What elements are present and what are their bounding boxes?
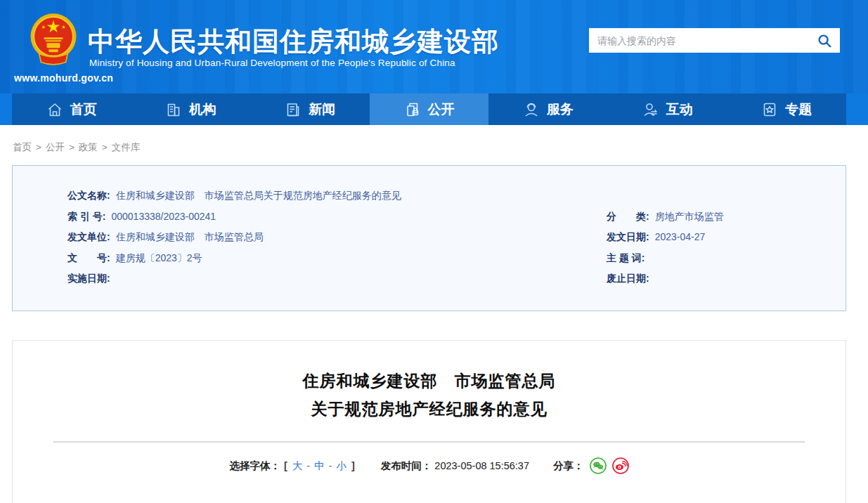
font-size-large[interactable]: 大	[292, 459, 303, 473]
organization-icon	[165, 101, 182, 118]
home-icon	[46, 101, 63, 118]
news-icon	[285, 101, 302, 118]
article-meta-row: 选择字体： [ 大 - 中 - 小 ] 发布时间：2023-05-08 15:5…	[13, 457, 846, 474]
nav-item-disclosure[interactable]: 公开	[370, 93, 489, 125]
doc-field-category: 分 类:房地产市场监管	[607, 207, 803, 228]
font-select-label: 选择字体：	[229, 459, 280, 473]
doc-field-implement-date: 实施日期:	[67, 268, 607, 289]
service-icon	[523, 101, 540, 118]
nav-item-label: 公开	[428, 100, 455, 119]
search-input[interactable]	[589, 28, 809, 53]
share-weibo-button[interactable]	[612, 457, 629, 474]
doc-field-repeal-date: 废止日期:	[607, 268, 803, 289]
main-nav: 首页 机构 新闻 公开	[0, 93, 868, 125]
share-group: 分享：	[553, 457, 629, 474]
nav-item-topics[interactable]: 专题	[727, 93, 846, 125]
doc-fields-grid: 索 引 号:000013338/2023-00241 分 类:房地产市场监管 发…	[67, 207, 803, 289]
nav-item-home[interactable]: 首页	[12, 93, 131, 125]
font-size-selector: 选择字体： [ 大 - 中 - 小 ]	[229, 459, 356, 473]
nav-item-service[interactable]: 服务	[488, 93, 608, 125]
doc-field-issue-date: 发文日期:2023-04-27	[607, 227, 803, 248]
article-panel: 住房和城乡建设部 市场监管总局 关于规范房地产经纪服务的意见 选择字体： [ 大…	[12, 340, 846, 503]
nav-item-label: 服务	[547, 100, 574, 119]
nav-item-label: 互动	[666, 100, 693, 119]
search-button[interactable]	[809, 28, 840, 53]
article-title-line2: 关于规范房地产经纪服务的意见	[13, 395, 846, 423]
doc-field-subject-words: 主 题 词:	[607, 248, 803, 269]
nav-item-label: 首页	[70, 100, 97, 119]
site-subtitle: Ministry of Housing and Urban-Rural Deve…	[89, 58, 455, 68]
publish-time-label: 发布时间：	[381, 460, 432, 471]
wechat-icon	[590, 457, 607, 474]
font-size-medium[interactable]: 中	[314, 459, 325, 473]
breadcrumb-disclosure[interactable]: 公开	[46, 142, 65, 152]
nav-item-interaction[interactable]: 互动	[608, 93, 727, 125]
site-title: 中华人民共和国住房和城乡建设部	[88, 24, 499, 60]
doc-name-value: 住房和城乡建设部 市场监管总局关于规范房地产经纪服务的意见	[116, 190, 401, 201]
breadcrumb-home[interactable]: 首页	[13, 142, 32, 152]
doc-field-index-no: 索 引 号:000013338/2023-00241	[67, 207, 607, 228]
publish-time: 发布时间：2023-05-08 15:56:37	[381, 459, 529, 473]
site-header: www.mohurd.gov.cn 中华人民共和国住房和城乡建设部 Minist…	[0, 0, 868, 93]
doc-field-doc-number: 文 号:建房规〔2023〕2号	[67, 248, 607, 269]
breadcrumb-policy[interactable]: 政策	[79, 142, 98, 152]
font-size-small[interactable]: 小	[337, 459, 347, 473]
nav-item-organization[interactable]: 机构	[131, 93, 251, 125]
share-label: 分享：	[553, 459, 584, 473]
breadcrumb: 首页>公开>政策>文件库	[13, 141, 868, 154]
doc-name-label: 公文名称:	[67, 190, 110, 201]
title-divider	[53, 441, 805, 443]
nav-item-news[interactable]: 新闻	[250, 93, 370, 125]
breadcrumb-file-library[interactable]: 文件库	[112, 142, 141, 152]
site-url: www.mohurd.gov.cn	[14, 72, 113, 84]
search-icon	[817, 33, 832, 48]
article-title-line1: 住房和城乡建设部 市场监管总局	[13, 367, 846, 395]
nav-item-label: 新闻	[309, 100, 335, 119]
national-emblem-icon	[30, 13, 77, 72]
doc-name-row: 公文名称:住房和城乡建设部 市场监管总局关于规范房地产经纪服务的意见	[67, 185, 803, 207]
disclosure-icon	[404, 101, 421, 118]
document-info-panel: 公文名称:住房和城乡建设部 市场监管总局关于规范房地产经纪服务的意见 索 引 号…	[12, 165, 846, 311]
doc-field-issuing-unit: 发文单位:住房和城乡建设部 市场监管总局	[67, 227, 607, 248]
search-box	[589, 28, 840, 53]
topics-icon	[761, 101, 778, 118]
publish-time-value: 2023-05-08 15:56:37	[434, 460, 529, 471]
interaction-icon	[642, 101, 659, 118]
share-wechat-button[interactable]	[590, 457, 607, 474]
main-nav-inner: 首页 机构 新闻 公开	[12, 93, 846, 125]
nav-item-label: 机构	[189, 100, 216, 119]
nav-item-label: 专题	[785, 100, 812, 119]
weibo-icon	[612, 457, 629, 474]
